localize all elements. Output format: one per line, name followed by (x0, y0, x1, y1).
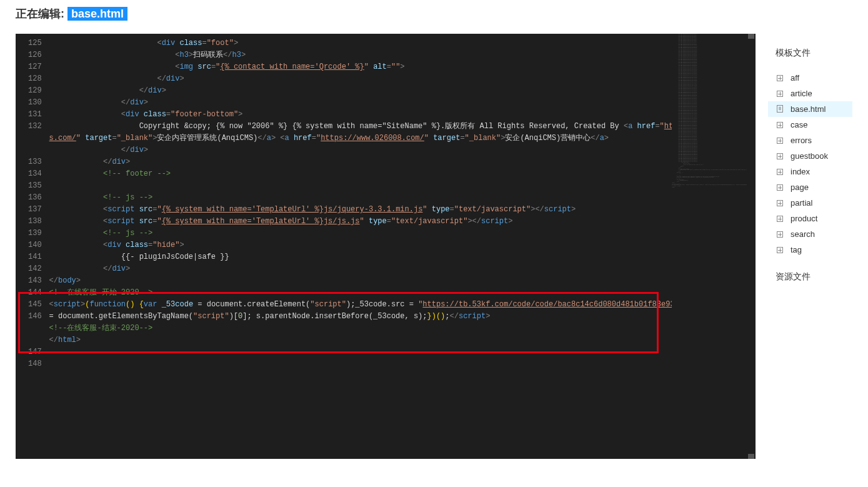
file-item-tag[interactable]: tag (768, 242, 852, 258)
line-number: 146 (28, 311, 42, 346)
line-number: 128 (28, 73, 42, 85)
file-item-search[interactable]: search (768, 226, 852, 242)
file-item-label: base.html (791, 104, 826, 114)
line-number: 129 (28, 85, 42, 97)
file-item-aff[interactable]: aff (768, 70, 852, 86)
line-number: 141 (28, 251, 42, 263)
code-line[interactable]: </div> (49, 144, 753, 156)
folder-expand-icon (777, 136, 786, 145)
code-line[interactable]: <div class="hide"> (49, 239, 753, 251)
file-item-label: guestbook (791, 151, 828, 161)
line-number: 142 (28, 263, 42, 275)
line-number-gutter: 1251261271281291301311321331341351361371… (16, 34, 47, 459)
folder-expand-icon (777, 246, 786, 254)
line-number: 130 (28, 97, 42, 109)
folder-expand-icon (777, 121, 786, 129)
line-number: 132 (28, 121, 42, 156)
line-number: 139 (28, 228, 42, 239)
code-line[interactable]: <!--在线客服-开始-2020--> (49, 287, 753, 299)
code-line[interactable]: <script src="{% system with name='Templa… (49, 216, 753, 228)
file-item-case[interactable]: case (768, 117, 852, 133)
folder-expand-icon (777, 214, 786, 223)
file-item-label: product (791, 214, 817, 223)
code-line[interactable]: <!-- footer --> (49, 168, 753, 180)
line-number: 125 (28, 38, 42, 49)
file-icon (777, 105, 786, 114)
file-item-label: partial (791, 198, 812, 208)
line-number: 135 (28, 180, 42, 192)
line-number: 133 (28, 156, 42, 168)
file-item-product[interactable]: product (768, 211, 852, 226)
file-item-label: case (791, 120, 807, 129)
scroll-down-icon[interactable] (748, 454, 754, 459)
file-item-guestbook[interactable]: guestbook (768, 148, 852, 164)
vertical-scrollbar[interactable] (747, 34, 756, 459)
page-header: 正在编辑: base.html (0, 0, 868, 34)
code-line[interactable]: Copyright &copy; {% now "2006" %} {% sys… (49, 121, 753, 144)
file-item-errors[interactable]: errors (768, 133, 852, 148)
line-number: 137 (28, 204, 42, 216)
page-title: 正在编辑: base.html (16, 7, 127, 21)
file-item-label: aff (791, 73, 799, 83)
line-number: 140 (28, 239, 42, 251)
file-item-article[interactable]: article (768, 86, 852, 101)
code-line[interactable]: <div class="foot"> (49, 38, 753, 49)
line-number: 138 (28, 216, 42, 228)
folder-expand-icon (777, 152, 786, 161)
code-line[interactable]: <h3>扫码联系</h3> (49, 49, 753, 61)
file-item-base-html[interactable]: base.html (768, 101, 852, 117)
folder-expand-icon (777, 74, 786, 83)
line-number: 127 (28, 61, 42, 73)
file-item-label: errors (791, 136, 812, 145)
file-item-index[interactable]: index (768, 164, 852, 179)
folder-expand-icon (777, 89, 786, 98)
code-line[interactable]: </div> (49, 97, 753, 109)
file-item-page[interactable]: page (768, 179, 852, 195)
line-number: 145 (28, 299, 42, 311)
file-item-label: index (791, 167, 810, 176)
folder-expand-icon (777, 168, 786, 176)
sidebar: 模板文件 affarticlebase.htmlcaseerrorsguestb… (768, 34, 852, 459)
line-number: 134 (28, 168, 42, 180)
file-item-label: article (791, 89, 812, 98)
line-number: 126 (28, 49, 42, 61)
sidebar-section-template: 模板文件 (768, 34, 852, 70)
line-number: 143 (28, 275, 42, 287)
code-line[interactable]: </div> (49, 263, 753, 275)
code-content[interactable]: <div class="foot"> <h3>扫码联系</h3> <img sr… (47, 34, 756, 459)
code-line[interactable]: <img src="{% contact with name='Qrcode' … (49, 61, 753, 73)
editing-label: 正在编辑: (16, 8, 64, 20)
folder-expand-icon (777, 183, 786, 192)
code-line[interactable]: <div class="footer-bottom"> (49, 109, 753, 121)
folder-expand-icon (777, 199, 786, 208)
folder-expand-icon (777, 230, 786, 239)
code-editor[interactable]: 1251261271281291301311321331341351361371… (16, 34, 756, 459)
scroll-up-icon[interactable] (748, 34, 754, 39)
code-line[interactable]: <!--在线客服-结束-2020--> (49, 323, 753, 334)
code-line[interactable]: {{- pluginJsCode|safe }} (49, 251, 753, 263)
template-file-tree: affarticlebase.htmlcaseerrorsguestbookin… (768, 70, 852, 258)
file-item-label: tag (791, 245, 802, 254)
file-item-partial[interactable]: partial (768, 195, 852, 211)
code-line[interactable]: <script src="{% system with name='Templa… (49, 204, 753, 216)
line-number: 147 (28, 346, 42, 358)
code-line[interactable]: </div> (49, 73, 753, 85)
code-line[interactable]: <!-- js --> (49, 192, 753, 204)
code-line[interactable] (49, 180, 753, 192)
line-number: 131 (28, 109, 42, 121)
line-number: 148 (28, 358, 42, 370)
file-item-label: page (791, 183, 809, 192)
code-line[interactable]: </body> (49, 275, 753, 287)
editing-filename: base.html (67, 7, 127, 21)
file-item-label: search (791, 229, 815, 239)
code-line[interactable]: </div> (49, 156, 753, 168)
code-line[interactable]: </html> (49, 334, 753, 346)
line-number: 136 (28, 192, 42, 204)
code-line[interactable]: <script>(function() {var _53code = docum… (49, 299, 753, 323)
line-number: 144 (28, 287, 42, 299)
code-line[interactable]: </div> (49, 85, 753, 97)
code-line[interactable]: <!-- js --> (49, 228, 753, 239)
sidebar-section-resource: 资源文件 (768, 258, 852, 294)
